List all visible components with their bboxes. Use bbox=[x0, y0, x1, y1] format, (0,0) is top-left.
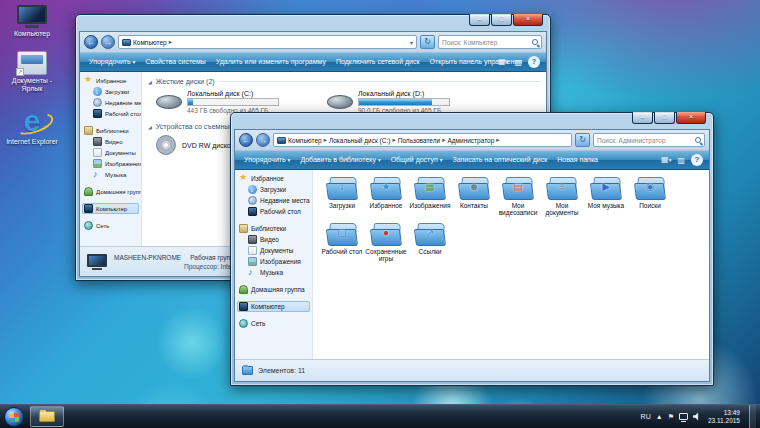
back-button[interactable]: ← bbox=[84, 35, 98, 49]
breadcrumb-segment[interactable]: Локальный диск (C:) bbox=[329, 137, 391, 144]
sidebar-item[interactable]: Рабочий стол bbox=[246, 206, 310, 217]
sidebar-item-label: Видео bbox=[260, 236, 279, 243]
sidebar-item[interactable]: Домашняя группа bbox=[237, 284, 310, 295]
toolbar-button[interactable]: Удалить или изменить программу bbox=[211, 55, 331, 69]
preview-pane-button[interactable]: ▥ bbox=[674, 154, 688, 167]
sidebar-item[interactable]: Библиотеки bbox=[82, 125, 139, 136]
speaker-icon[interactable] bbox=[693, 413, 701, 421]
maximize-button[interactable]: □ bbox=[491, 14, 512, 26]
address-bar[interactable]: Компьютер ▸ ▾ bbox=[118, 35, 417, 49]
views-button[interactable]: ▦▾ bbox=[495, 55, 511, 69]
folder-item[interactable]: ● Сохраненные игры bbox=[364, 223, 408, 262]
sidebar-item[interactable]: Недавние места bbox=[91, 97, 139, 108]
sidebar-item[interactable]: Сеть bbox=[237, 318, 310, 329]
sidebar-item[interactable]: Недавние места bbox=[246, 195, 310, 206]
sidebar-item[interactable]: Музыка bbox=[91, 169, 139, 180]
sidebar-item[interactable]: Музыка bbox=[246, 267, 310, 278]
sidebar-item[interactable]: Сеть bbox=[82, 220, 139, 231]
toolbar-button[interactable]: Новая папка bbox=[552, 153, 603, 167]
sidebar-item[interactable]: Загрузки bbox=[91, 86, 139, 97]
start-button[interactable] bbox=[4, 407, 24, 427]
title-bar[interactable]: – □ × bbox=[231, 113, 713, 129]
status-bar: Элементов: 11 bbox=[235, 359, 709, 381]
sidebar-item[interactable]: Видео bbox=[91, 136, 139, 147]
network-icon[interactable] bbox=[679, 413, 688, 420]
preview-pane-button[interactable]: ▥ bbox=[511, 56, 525, 69]
close-button[interactable]: × bbox=[513, 14, 543, 26]
toolbar-button[interactable]: Записать на оптический диск bbox=[447, 153, 552, 167]
toolbar-button[interactable]: Общий доступ ▾ bbox=[386, 153, 448, 167]
folder-item[interactable]: ☻ Контакты bbox=[452, 177, 496, 216]
toolbar-button[interactable]: Подключить сетевой диск bbox=[331, 55, 425, 69]
minimize-button[interactable]: – bbox=[469, 14, 490, 26]
breadcrumb-segment[interactable]: Пользователи bbox=[398, 137, 440, 144]
clock-date: 23.11.2015 bbox=[708, 417, 740, 425]
toolbar-button[interactable]: Упорядочить ▾ bbox=[84, 55, 140, 69]
sidebar-item[interactable]: Документы bbox=[91, 147, 139, 158]
sidebar-item[interactable]: Библиотеки bbox=[237, 223, 310, 234]
folder-item[interactable]: ▤ Мои видеозаписи bbox=[496, 177, 540, 216]
sidebar-item[interactable]: Домашняя группа bbox=[82, 186, 139, 197]
sidebar-item[interactable]: Видео bbox=[246, 234, 310, 245]
search-input[interactable]: Поиск: Компьютер bbox=[438, 35, 542, 49]
group-header-hard-disks[interactable]: ◢ Жесткие диски (2) bbox=[148, 78, 540, 85]
refresh-button[interactable]: ↻ bbox=[420, 35, 435, 49]
sidebar-item[interactable]: Изображения bbox=[91, 158, 139, 169]
breadcrumb-segment[interactable]: Администратор bbox=[447, 137, 494, 144]
maximize-button[interactable]: □ bbox=[654, 112, 675, 124]
forward-button[interactable]: → bbox=[101, 35, 115, 49]
clock[interactable]: 13:49 23.11.2015 bbox=[708, 409, 740, 425]
views-button[interactable]: ▦▾ bbox=[658, 153, 674, 167]
taskbar-button-explorer[interactable] bbox=[30, 406, 64, 427]
close-button[interactable]: × bbox=[676, 112, 706, 124]
toolbar-button[interactable]: Свойства системы bbox=[140, 55, 210, 69]
folder-item[interactable]: ◉ Поиски bbox=[628, 177, 672, 216]
folder-grid: ↓ Загрузки ★ Избранное bbox=[319, 174, 703, 269]
folder-label: Контакты bbox=[460, 202, 488, 209]
sidebar-item-icon bbox=[239, 319, 248, 328]
sidebar-item[interactable]: Избранное bbox=[82, 75, 139, 86]
toolbar-button[interactable]: Добавить в библиотеку ▾ bbox=[295, 153, 385, 167]
address-dropdown-icon[interactable]: ▾ bbox=[410, 39, 413, 46]
help-button[interactable]: ? bbox=[528, 56, 540, 68]
forward-button[interactable]: → bbox=[256, 133, 270, 147]
search-input[interactable]: Поиск: Администратор bbox=[593, 133, 705, 147]
toolbar-button[interactable]: Упорядочить ▾ bbox=[239, 153, 295, 167]
sidebar-item[interactable]: Изображения bbox=[246, 256, 310, 267]
navigation-pane: Избранное Загрузки Недавние места bbox=[80, 72, 142, 246]
drive-item[interactable]: Локальный диск (D:) 90,0 ГБ свободно из … bbox=[327, 90, 450, 114]
minimize-button[interactable]: – bbox=[632, 112, 653, 124]
sidebar-item[interactable]: Загрузки bbox=[246, 184, 310, 195]
drive-item[interactable]: Локальный диск (C:) 443 ГБ свободно из 4… bbox=[156, 90, 279, 114]
show-hidden-icons-button[interactable]: ▲ bbox=[656, 413, 663, 421]
language-indicator[interactable]: RU bbox=[641, 413, 651, 420]
sidebar-item-icon bbox=[93, 87, 102, 96]
refresh-button[interactable]: ↻ bbox=[575, 133, 590, 147]
sidebar-item[interactable]: Компьютер bbox=[82, 203, 139, 214]
title-bar[interactable]: – □ × bbox=[76, 15, 550, 31]
desktop-icon-documents-shortcut[interactable]: ↗ Документы - Ярлык bbox=[4, 51, 60, 93]
folder-item[interactable]: ▦ Изображения bbox=[408, 177, 452, 216]
sidebar-item-icon bbox=[248, 207, 257, 216]
desktop-icon-computer[interactable]: Компьютер bbox=[4, 5, 60, 38]
action-center-flag-icon[interactable]: ⚑ bbox=[668, 413, 674, 421]
folder-item[interactable]: ▶ Моя музыка bbox=[584, 177, 628, 216]
folder-item[interactable]: ▢ Рабочий стол bbox=[320, 223, 364, 262]
sidebar-item[interactable]: Рабочий стол bbox=[91, 108, 139, 119]
sidebar-item[interactable]: Компьютер bbox=[237, 301, 310, 312]
show-desktop-button[interactable] bbox=[749, 405, 756, 428]
folder-item[interactable]: ★ Избранное bbox=[364, 177, 408, 216]
help-button[interactable]: ? bbox=[691, 154, 703, 166]
sidebar-item[interactable]: Документы bbox=[246, 245, 310, 256]
folder-item[interactable]: ↗ Ссылки bbox=[408, 223, 452, 262]
breadcrumb-segment[interactable]: Компьютер bbox=[288, 137, 322, 144]
sidebar-item[interactable]: Избранное bbox=[237, 173, 310, 184]
breadcrumb[interactable]: Компьютер bbox=[133, 39, 167, 46]
folder-label: Мои видеозаписи bbox=[496, 202, 540, 216]
address-bar[interactable]: Компьютер▸ Локальный диск (C:)▸ Пользова… bbox=[273, 133, 572, 147]
back-button[interactable]: ← bbox=[239, 133, 253, 147]
folder-item[interactable]: ↓ Загрузки bbox=[320, 177, 364, 216]
desktop-icon-internet-explorer[interactable]: e Internet Explorer bbox=[4, 106, 60, 146]
sidebar-item-label: Библиотеки bbox=[251, 225, 286, 232]
folder-item[interactable]: ≡ Мои документы bbox=[540, 177, 584, 216]
